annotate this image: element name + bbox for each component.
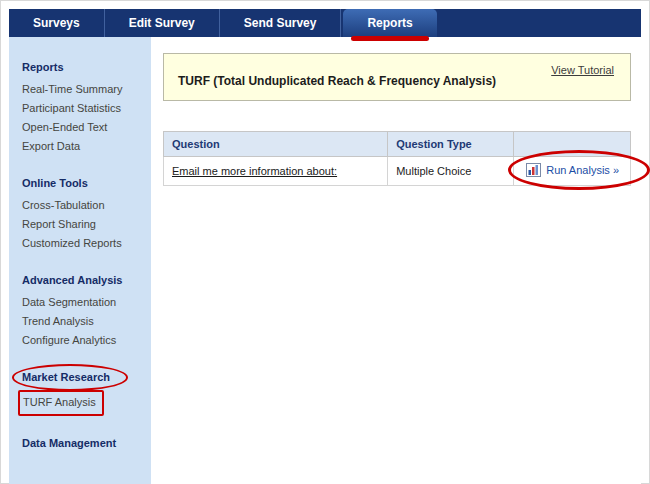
body-row: Reports Real-Time Summary Participant St… bbox=[9, 37, 641, 484]
questions-table: Question Question Type Email me more inf… bbox=[163, 131, 631, 186]
sidebar-header-advanced-analysis: Advanced Analysis bbox=[22, 274, 122, 286]
sidebar-item-export-data[interactable]: Export Data bbox=[22, 137, 80, 156]
sidebar-section-data-management: Data Management bbox=[22, 437, 145, 449]
sidebar-item-participant-statistics[interactable]: Participant Statistics bbox=[22, 99, 121, 118]
tab-reports[interactable]: Reports bbox=[343, 9, 436, 37]
table-header-row: Question Question Type bbox=[164, 132, 631, 157]
col-header-question-type: Question Type bbox=[388, 132, 514, 157]
panel-title: TURF (Total Unduplicated Reach & Frequen… bbox=[178, 74, 616, 88]
sidebar: Reports Real-Time Summary Participant St… bbox=[9, 37, 151, 484]
sidebar-item-real-time-summary[interactable]: Real-Time Summary bbox=[22, 80, 122, 99]
sidebar-section-market-research: Market Research TURF Analysis bbox=[22, 371, 145, 416]
sidebar-item-customized-reports[interactable]: Customized Reports bbox=[22, 234, 122, 253]
question-type-cell: Multiple Choice bbox=[388, 157, 514, 186]
sidebar-item-configure-analytics[interactable]: Configure Analytics bbox=[22, 331, 116, 350]
tab-send-survey[interactable]: Send Survey bbox=[220, 9, 342, 37]
sidebar-section-advanced-analysis: Advanced Analysis Data Segmentation Tren… bbox=[22, 274, 145, 350]
col-header-action bbox=[514, 132, 631, 157]
question-cell: Email me more information about: bbox=[164, 157, 388, 186]
sidebar-section-online-tools: Online Tools Cross-Tabulation Report Sha… bbox=[22, 177, 145, 253]
sidebar-header-market-research: Market Research bbox=[22, 371, 110, 383]
action-cell: Run Analysis » bbox=[514, 157, 631, 186]
col-header-question: Question bbox=[164, 132, 388, 157]
sidebar-header-data-management: Data Management bbox=[22, 437, 116, 449]
question-link[interactable]: Email me more information about: bbox=[172, 165, 337, 177]
tab-surveys[interactable]: Surveys bbox=[9, 9, 105, 37]
sidebar-item-data-segmentation[interactable]: Data Segmentation bbox=[22, 293, 116, 312]
sidebar-item-report-sharing[interactable]: Report Sharing bbox=[22, 215, 96, 234]
table-row: Email me more information about: Multipl… bbox=[164, 157, 631, 186]
run-analysis-link[interactable]: Run Analysis » bbox=[546, 164, 619, 176]
run-analysis-wrap: Run Analysis » bbox=[522, 163, 619, 177]
sidebar-header-online-tools: Online Tools bbox=[22, 177, 88, 189]
top-nav: Surveys Edit Survey Send Survey Reports bbox=[9, 9, 641, 37]
app-window: Surveys Edit Survey Send Survey Reports … bbox=[0, 0, 650, 484]
sidebar-item-trend-analysis[interactable]: Trend Analysis bbox=[22, 312, 94, 331]
view-tutorial-link[interactable]: View Tutorial bbox=[551, 64, 614, 76]
main-content: TURF (Total Unduplicated Reach & Frequen… bbox=[151, 37, 641, 484]
sidebar-header-reports: Reports bbox=[22, 61, 64, 73]
tab-reports-label: Reports bbox=[367, 16, 412, 30]
sidebar-section-reports: Reports Real-Time Summary Participant St… bbox=[22, 61, 145, 156]
sidebar-header-market-research-label: Market Research bbox=[22, 371, 110, 383]
tab-edit-survey[interactable]: Edit Survey bbox=[105, 9, 220, 37]
turf-panel: TURF (Total Unduplicated Reach & Frequen… bbox=[163, 53, 631, 101]
analysis-chart-icon bbox=[526, 163, 541, 177]
sidebar-item-open-ended-text[interactable]: Open-Ended Text bbox=[22, 118, 107, 137]
sidebar-item-cross-tabulation[interactable]: Cross-Tabulation bbox=[22, 196, 105, 215]
sidebar-item-turf-analysis[interactable]: TURF Analysis bbox=[18, 390, 104, 416]
